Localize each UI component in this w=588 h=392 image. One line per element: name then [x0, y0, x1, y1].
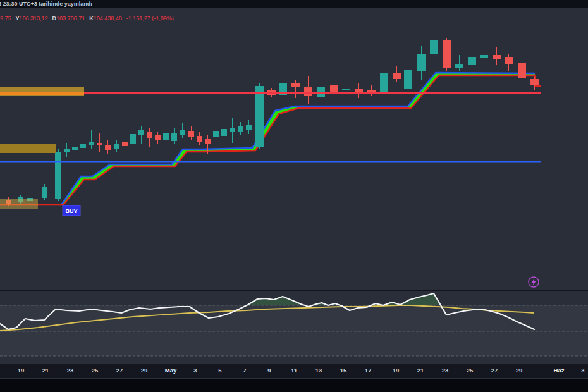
candle-body	[480, 55, 488, 58]
candle-body	[180, 130, 185, 135]
x-axis-label: 9	[267, 367, 271, 374]
candle-body	[130, 134, 136, 144]
rsi-channel-shading	[0, 305, 588, 356]
candle-body	[147, 132, 152, 138]
candle-body	[380, 73, 388, 93]
x-axis-label: 29	[141, 367, 148, 374]
candle-body	[393, 73, 401, 79]
x-axis-label: 3	[581, 367, 584, 374]
candle-body	[80, 144, 86, 148]
candle-body	[455, 64, 463, 68]
candle-body	[468, 57, 476, 65]
ohlc-status-line[interactable]: 9,75 Y106.313,12 D103.706,71 K104.438,48…	[0, 15, 174, 22]
x-axis-label: 19	[18, 367, 25, 374]
demand-zone-low[interactable]	[0, 199, 38, 209]
x-axis-label: 25	[467, 367, 474, 374]
supply-zone-mid[interactable]	[0, 144, 56, 153]
x-axis-label: 17	[365, 367, 372, 374]
candle-body	[89, 142, 94, 145]
candle-body	[155, 135, 161, 140]
x-axis-month-label: May	[165, 367, 176, 374]
candle-body	[42, 187, 47, 198]
candle-body	[404, 70, 412, 89]
candle-body	[417, 54, 426, 71]
candle-body	[64, 149, 70, 152]
candle-body	[255, 86, 264, 147]
candle-body	[238, 126, 243, 132]
candle-body	[197, 136, 202, 142]
x-axis-label: 29	[516, 367, 523, 374]
candle-body	[291, 83, 300, 87]
candle-body	[171, 133, 177, 141]
candle-body	[122, 142, 128, 146]
candle-body	[97, 143, 102, 145]
x-axis-label: 5	[218, 367, 221, 374]
candle-body	[317, 87, 325, 97]
candle-body	[530, 79, 539, 85]
x-axis-label: 19	[393, 367, 400, 374]
x-axis-label: 27	[116, 367, 123, 374]
buy-marker-label: BUY	[65, 208, 77, 214]
x-axis-label: 13	[315, 367, 322, 374]
x-axis-label: 21	[417, 367, 424, 374]
chart-canvas[interactable]: BUY	[0, 0, 588, 392]
candle-body	[114, 144, 119, 149]
candle-body	[163, 133, 169, 140]
candle-body	[493, 55, 501, 59]
candle-body	[518, 63, 526, 78]
candle-body	[505, 57, 513, 64]
candle-body	[72, 147, 78, 150]
buy-marker: BUY	[63, 205, 80, 216]
candle-body	[330, 85, 338, 92]
time-axis[interactable]: 192123252729May357911131517192123252729H…	[0, 364, 588, 378]
candle-body	[138, 130, 144, 135]
candle-body	[105, 145, 111, 150]
high-value: 106.313,12	[20, 15, 48, 21]
x-axis-label: 21	[42, 367, 49, 374]
bottom-gutter	[0, 378, 588, 392]
candle-body	[230, 128, 235, 132]
candle-body	[188, 131, 194, 137]
candle-body	[213, 131, 219, 137]
x-axis-label: 7	[243, 367, 246, 374]
change-value: -1.151,27 (-1,09%)	[126, 15, 174, 21]
close-value: 104.438,48	[94, 15, 122, 21]
supply-zone-top-stripe[interactable]	[0, 92, 84, 95]
candle-body	[221, 129, 227, 136]
open-value: 9,75	[0, 15, 11, 21]
x-axis-label: 11	[291, 367, 297, 374]
x-axis-label: 23	[442, 367, 449, 374]
candle-body	[430, 40, 438, 54]
candle-body	[205, 139, 211, 144]
trading-chart-window: 5 23:30 UTC+3 tarihinde yayınlandı 9,75 …	[0, 0, 588, 392]
x-axis-label: 3	[193, 367, 197, 374]
low-value: 103.706,71	[56, 15, 85, 21]
candle-body	[443, 40, 451, 68]
x-axis-month-label: Haz	[554, 367, 565, 374]
x-axis-label: 27	[491, 367, 498, 374]
candle-body	[355, 89, 363, 92]
candle-body	[342, 89, 350, 90]
x-axis-label: 23	[67, 367, 74, 374]
candle-body	[55, 152, 61, 199]
x-axis-label: 25	[92, 367, 99, 374]
candle-body	[246, 125, 252, 130]
candle-body	[304, 87, 312, 96]
x-axis-label: 15	[340, 367, 347, 374]
price-pane[interactable]	[0, 8, 588, 290]
